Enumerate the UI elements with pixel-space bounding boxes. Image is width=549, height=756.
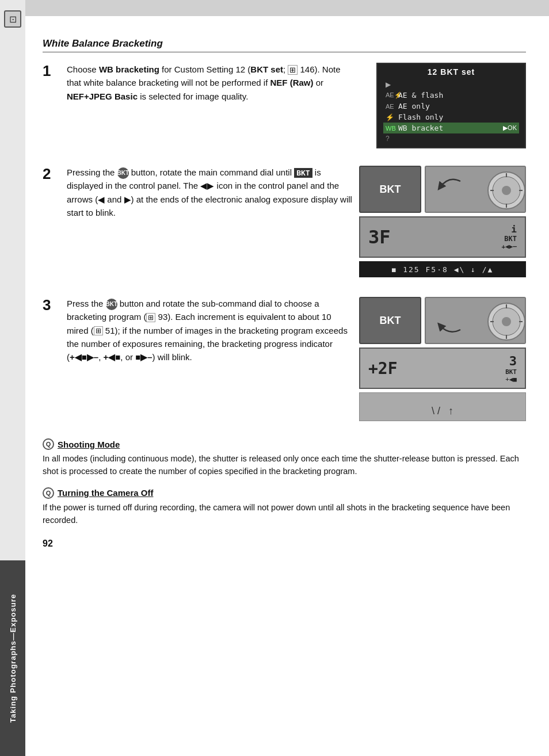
lcd-main-3: +2F 3 BKT +◀■ <box>360 349 525 388</box>
exposure-grid-3: \ / ↑ <box>359 392 526 421</box>
indicator-1: +◀■▶– <box>70 352 98 362</box>
step-2-text: Pressing the BKT button, rotate the main… <box>67 166 359 219</box>
step-3-images: BKT <box>359 297 526 421</box>
bkt-label-box-3: BKT <box>359 297 421 344</box>
sidebar-tab-label: Taking Photographs—Exposure <box>9 594 17 723</box>
step-3-row: 3 Press the BKT button and rotate the su… <box>43 297 526 421</box>
ref-icon-2: ⊞ <box>146 313 155 322</box>
exposure-bar-2: ◼ 125 F5·8 ◀\ ↓ /▲ <box>359 261 526 277</box>
menu-icon-help: ? <box>386 135 398 143</box>
lcd-bkt-label-3: BKT <box>505 368 517 376</box>
camera-menu: 12 BKT set ▶ AE⚡ AE & flash AE AE only ⚡ <box>376 63 526 148</box>
camera-dial-2 <box>425 166 526 213</box>
menu-icon-1: ▶ <box>386 81 398 89</box>
main-content: White Balance Bracketing 1 Choose WB bra… <box>25 0 549 756</box>
nef-jpeg-label: NEF+JPEG Basic <box>67 91 138 101</box>
or-text: or <box>125 352 133 362</box>
sidebar: ⊡ Taking Photographs—Exposure <box>0 0 25 756</box>
menu-icon-ae-only: AE <box>386 103 398 110</box>
menu-label-ae-flash: AE & flash <box>398 91 517 100</box>
step-3-number: 3 <box>43 297 62 314</box>
menu-item-ae-flash: AE⚡ AE & flash <box>383 90 519 101</box>
menu-icon-wb: WB <box>386 125 398 132</box>
sidebar-icon: ⊡ <box>4 10 21 28</box>
dial-svg-2 <box>426 167 526 213</box>
lcd-i-label: i <box>511 224 517 235</box>
bkt-label-box-2: BKT <box>359 166 421 213</box>
menu-title: 12 BKT set <box>383 67 519 77</box>
shooting-mode-body: In all modes (including continuous mode)… <box>43 452 526 478</box>
step-3-text: Press the BKT button and rotate the sub-… <box>67 297 359 364</box>
camera-dial-3 <box>425 297 526 344</box>
shooting-mode-header: Q Shooting Mode <box>43 438 526 450</box>
menu-item-help: ? <box>383 133 519 144</box>
menu-item-ae-only: AE AE only <box>383 101 519 112</box>
lcd-arrows-2: +◀▶– <box>502 243 517 250</box>
shooting-mode-icon: Q <box>43 438 54 450</box>
nef-raw-label: NEF (Raw) <box>270 78 314 87</box>
lcd-right-3: 3 BKT +◀■ <box>505 354 517 383</box>
menu-label-flash-only: Flash only <box>398 113 517 121</box>
sidebar-tab: Taking Photographs—Exposure <box>0 560 25 756</box>
menu-icon-ae-flash: AE⚡ <box>386 91 398 99</box>
camera-bkt-row-3: BKT <box>359 297 526 344</box>
svg-point-3 <box>502 186 511 195</box>
ref-icon-3: ⊞ <box>94 326 103 335</box>
exposure-text-2: ◼ 125 F5·8 ◀\ ↓ /▲ <box>392 265 494 274</box>
bkt-button-icon-3: BKT <box>106 299 117 310</box>
info-section: Q Shooting Mode In all modes (including … <box>43 438 526 527</box>
step-1-images: 12 BKT set ▶ AE⚡ AE & flash AE AE only ⚡ <box>359 63 526 152</box>
dial-svg-3 <box>426 298 526 344</box>
step-1-text: Choose WB bracketing for Custom Setting … <box>67 63 359 103</box>
menu-item-flash-only: ⚡ Flash only <box>383 112 519 123</box>
step-1-number: 1 <box>43 63 62 79</box>
step-2-images: BKT <box>359 166 526 283</box>
ref-icon-1: ⊞ <box>288 65 298 75</box>
lcd-panel-3: +2F 3 BKT +◀■ <box>359 348 526 389</box>
shooting-mode-title: Shooting Mode <box>58 440 120 449</box>
lcd-3-label: 3 <box>509 354 517 368</box>
menu-label-ae-only: AE only <box>398 102 517 110</box>
wb-bracketing-label: WB bracketing <box>99 64 159 74</box>
menu-item-wb-bracket: WB WB bracket ▶OK <box>383 123 519 133</box>
tick-center: ↑ <box>448 405 453 417</box>
menu-item-1: ▶ <box>383 79 519 90</box>
step-1-row: 1 Choose WB bracketing for Custom Settin… <box>43 63 526 152</box>
lcd-2f-label: +2F <box>368 359 398 378</box>
camera-bkt-row-2: BKT <box>359 166 526 213</box>
menu-icon-flash-only: ⚡ <box>386 113 398 121</box>
step-2-row: 2 Pressing the BKT button, rotate the ma… <box>43 166 526 283</box>
camera-off-title: Turning the Camera Off <box>58 488 153 498</box>
lcd-3f-label: 3F <box>368 226 391 248</box>
page-number: 92 <box>43 539 526 549</box>
menu-ok-label: ▶OK <box>503 124 517 132</box>
lcd-main-2: 3F i BKT +◀▶– <box>360 217 525 257</box>
svg-point-11 <box>502 317 511 326</box>
step-2-number: 2 <box>43 166 62 182</box>
indicator-3: ■▶– <box>135 352 152 362</box>
camera-off-body: If the power is turned off during record… <box>43 501 526 527</box>
camera-off-icon: Q <box>43 487 54 499</box>
lcd-bkt-label-2: BKT <box>504 235 517 243</box>
bkt-button-icon-2: BKT <box>117 167 129 179</box>
section-title: White Balance Bracketing <box>43 38 526 52</box>
menu-label-wb: WB bracket <box>398 124 503 132</box>
bkt-set-label: BKT set <box>250 64 283 74</box>
top-bar <box>25 0 549 16</box>
slash-left: \ / <box>432 405 440 417</box>
and-text: and <box>107 194 121 204</box>
bkt-display-label: BKT <box>294 168 312 178</box>
camera-off-header: Q Turning the Camera Off <box>43 487 526 499</box>
lcd-arrows-3: +◀■ <box>505 376 517 383</box>
lcd-right-2: i BKT +◀▶– <box>502 224 517 250</box>
indicator-2: +◀■ <box>104 352 121 362</box>
content-area: White Balance Bracketing 1 Choose WB bra… <box>43 38 526 549</box>
lcd-panel-2: 3F i BKT +◀▶– <box>359 216 526 258</box>
